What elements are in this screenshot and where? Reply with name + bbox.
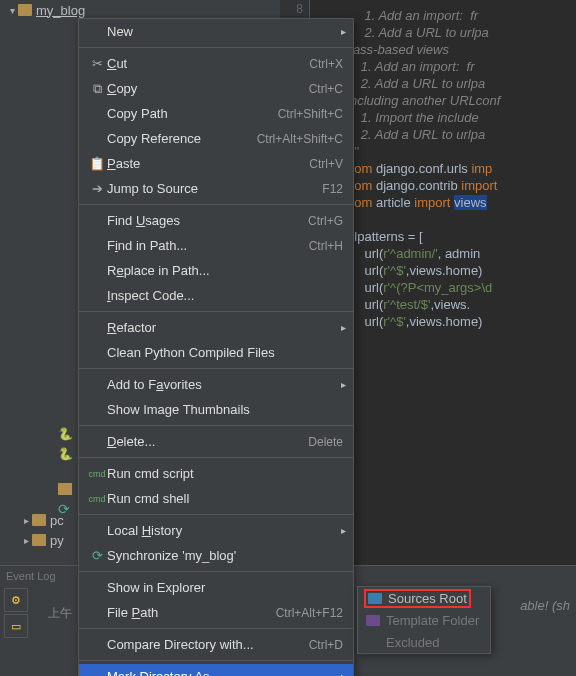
- menu-clean-python[interactable]: Clean Python Compiled Files: [79, 340, 353, 365]
- menu-local-history[interactable]: Local History▸: [79, 518, 353, 543]
- menu-run-cmd-script[interactable]: cmdRun cmd script: [79, 461, 353, 486]
- line-number: 8: [280, 0, 309, 18]
- cmd-icon: cmd: [87, 494, 107, 504]
- menu-delete[interactable]: Delete...Delete: [79, 429, 353, 454]
- event-time: 上午: [48, 605, 72, 622]
- chevron-down-icon[interactable]: ▾: [6, 5, 18, 16]
- folder-icon: [32, 534, 46, 546]
- sync-icon: ⟳: [87, 548, 107, 563]
- code-editor[interactable]: 1. Add an import: fr 2. Add a URL to url…: [350, 0, 576, 565]
- menu-cut[interactable]: ✂CutCtrl+X: [79, 51, 353, 76]
- folder-icon: [32, 514, 46, 526]
- menu-paste[interactable]: 📋PasteCtrl+V: [79, 151, 353, 176]
- folder-icon: [58, 483, 72, 495]
- menu-show-thumbnails[interactable]: Show Image Thumbnails: [79, 397, 353, 422]
- left-gutter-icons: 🐍 🐍 ⟳: [58, 427, 76, 517]
- submenu-template-folder[interactable]: Template Folder: [358, 609, 490, 631]
- tool-button[interactable]: ⚙: [4, 588, 28, 612]
- tool-button[interactable]: ▭: [4, 614, 28, 638]
- menu-compare-directory[interactable]: Compare Directory with...Ctrl+D: [79, 632, 353, 657]
- python-icon: 🐍: [58, 447, 76, 461]
- menu-find-usages[interactable]: Find UsagesCtrl+G: [79, 208, 353, 233]
- submenu-sources-root[interactable]: Sources Root: [358, 587, 490, 609]
- copy-icon: ⧉: [87, 81, 107, 97]
- paste-icon: 📋: [87, 156, 107, 171]
- menu-mark-directory-as[interactable]: Mark Directory As▸: [79, 664, 353, 676]
- menu-new[interactable]: New▸: [79, 19, 353, 44]
- tree-node-root[interactable]: my_blog: [36, 3, 85, 18]
- context-menu: New▸ ✂CutCtrl+X ⧉CopyCtrl+C Copy PathCtr…: [78, 18, 354, 676]
- menu-refactor[interactable]: Refactor▸: [79, 315, 353, 340]
- menu-jump-to-source[interactable]: ➔Jump to SourceF12: [79, 176, 353, 201]
- menu-show-in-explorer[interactable]: Show in Explorer: [79, 575, 353, 600]
- mark-directory-submenu: Sources Root Template Folder Excluded: [357, 586, 491, 654]
- menu-copy[interactable]: ⧉CopyCtrl+C: [79, 76, 353, 101]
- scissors-icon: ✂: [87, 56, 107, 71]
- menu-add-favorites[interactable]: Add to Favorites▸: [79, 372, 353, 397]
- menu-replace-in-path[interactable]: Replace in Path...: [79, 258, 353, 283]
- arrow-icon: ➔: [87, 181, 107, 196]
- python-icon: 🐍: [58, 427, 76, 441]
- menu-inspect-code[interactable]: Inspect Code...: [79, 283, 353, 308]
- folder-icon: [368, 593, 382, 604]
- menu-copy-path[interactable]: Copy PathCtrl+Shift+C: [79, 101, 353, 126]
- menu-copy-reference[interactable]: Copy ReferenceCtrl+Alt+Shift+C: [79, 126, 353, 151]
- menu-synchronize[interactable]: ⟳Synchronize 'my_blog': [79, 543, 353, 568]
- menu-run-cmd-shell[interactable]: cmdRun cmd shell: [79, 486, 353, 511]
- chevron-right-icon[interactable]: ▸: [20, 535, 32, 546]
- chevron-right-icon[interactable]: ▸: [20, 515, 32, 526]
- blank-icon: [366, 637, 380, 648]
- sync-icon: ⟳: [58, 501, 76, 517]
- tree-node[interactable]: py: [50, 533, 64, 548]
- cmd-icon: cmd: [87, 469, 107, 479]
- highlighted-text: able! (sh: [520, 598, 570, 613]
- menu-file-path[interactable]: File PathCtrl+Alt+F12: [79, 600, 353, 625]
- submenu-excluded[interactable]: Excluded: [358, 631, 490, 653]
- folder-icon: [18, 4, 32, 16]
- folder-icon: [366, 615, 380, 626]
- menu-find-in-path[interactable]: Find in Path...Ctrl+H: [79, 233, 353, 258]
